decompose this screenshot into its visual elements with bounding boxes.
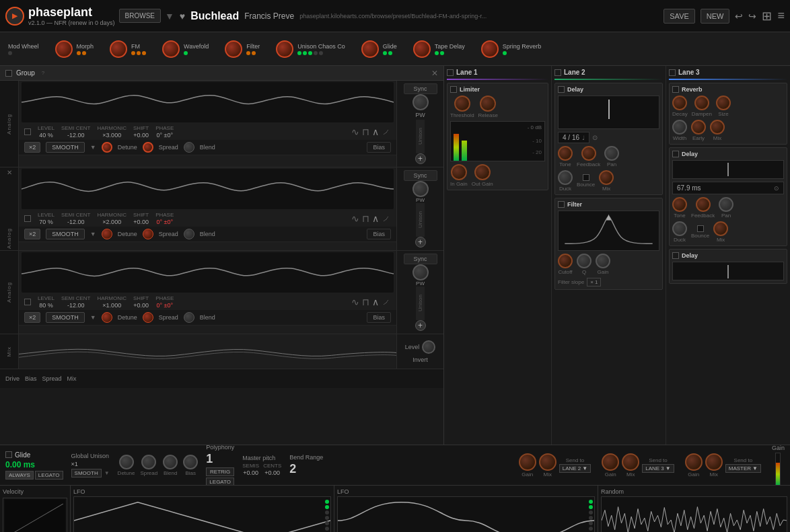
lane2-mix-knob[interactable] (599, 170, 614, 185)
glide-value[interactable]: 0.00 ms (5, 460, 63, 469)
macro-filter-knob[interactable] (225, 40, 242, 58)
osc1-shape-tri[interactable]: ∧ (372, 126, 379, 137)
lane1-out-gain-knob[interactable] (474, 164, 491, 180)
osc1-level-value[interactable]: 40 % (39, 132, 53, 139)
osc2-unison-multi-button[interactable]: ×2 (24, 229, 40, 239)
osc2-detune-knob[interactable] (102, 229, 112, 239)
osc3-enable-checkbox[interactable] (24, 299, 31, 305)
osc1-enable-checkbox[interactable] (24, 128, 31, 135)
osc2-add-button[interactable]: + (415, 237, 426, 248)
menu-icon[interactable]: ≡ (777, 9, 785, 23)
polyphony-value[interactable]: 1 (206, 452, 234, 466)
global-blend-knob[interactable] (163, 455, 178, 469)
lane3-delay1-mix-knob[interactable] (713, 221, 728, 236)
mix-level-knob[interactable] (422, 340, 435, 354)
send2-destination-dropdown[interactable]: LANE 3 ▼ (642, 464, 674, 473)
lane3-reverb-mix-knob[interactable] (710, 120, 725, 135)
osc2-shape-sq[interactable]: ⊓ (362, 213, 369, 224)
undo-icon[interactable]: ↩ (735, 11, 743, 22)
lane1-threshold-knob[interactable] (454, 96, 470, 112)
osc3-shape-tri[interactable]: ∧ (372, 297, 379, 307)
lane3-delay1-checkbox[interactable] (672, 151, 679, 157)
send1-mix-knob[interactable] (539, 453, 556, 471)
osc3-dropdown-arrow[interactable]: ▼ (90, 314, 96, 321)
osc1-shape-saw[interactable]: ⟋ (382, 126, 391, 137)
lane2-delay-time[interactable]: 4 / 16 ♩ (558, 132, 589, 143)
osc2-spread-knob[interactable] (143, 229, 153, 239)
osc1-pw-label[interactable]: PW (404, 110, 437, 120)
osc3-add-button[interactable]: + (415, 320, 426, 331)
osc3-shape-sq[interactable]: ⊓ (362, 297, 369, 307)
osc1-harmonic-value[interactable]: ×3.000 (102, 132, 121, 139)
osc2-enable-checkbox[interactable] (24, 215, 31, 222)
osc3-unison-multi-button[interactable]: ×2 (24, 312, 40, 323)
lane2-delay-checkbox[interactable] (558, 86, 565, 93)
lane2-bounce-checkbox[interactable] (583, 174, 589, 181)
macro-tape-delay-knob[interactable] (413, 40, 431, 58)
lfo1-display[interactable] (73, 496, 331, 532)
lane3-early-knob[interactable] (691, 120, 706, 135)
send3-gain-knob[interactable] (685, 453, 703, 471)
osc2-sync-button[interactable]: Sync (404, 170, 437, 181)
macro-spring-reverb-knob[interactable] (481, 40, 499, 58)
osc3-phase-value[interactable]: 0° ±0° (156, 302, 173, 309)
osc2-phase-value[interactable]: 0° ±0° (156, 219, 173, 225)
osc1-bias-button[interactable]: Bias (367, 142, 391, 153)
bend-range-value[interactable]: 2 (289, 462, 323, 476)
osc2-wave-display[interactable] (22, 169, 394, 209)
lane2-q-knob[interactable] (577, 254, 591, 268)
send3-mix-knob[interactable] (705, 453, 723, 471)
lane2-filter-checkbox[interactable] (558, 201, 565, 208)
macro-fm-knob[interactable] (110, 40, 127, 58)
send1-destination-dropdown[interactable]: LANE 2 ▼ (559, 464, 591, 473)
osc1-unison-multi-button[interactable]: ×2 (24, 142, 40, 153)
velocity-display[interactable] (3, 498, 67, 532)
osc2-shape-tri[interactable]: ∧ (372, 213, 379, 224)
send2-mix-knob[interactable] (622, 453, 639, 471)
send2-gain-knob[interactable] (602, 453, 619, 471)
osc3-harmonic-value[interactable]: ×1.000 (102, 302, 121, 309)
lfo2-display[interactable] (337, 496, 595, 532)
group-close-button[interactable]: ✕ (431, 69, 438, 78)
lane1-release-knob[interactable] (480, 96, 496, 112)
osc2-bias-button[interactable]: Bias (367, 229, 391, 239)
retrig-button[interactable]: RETRIG (206, 467, 234, 476)
osc1-detune-knob[interactable] (102, 142, 112, 153)
osc1-spread-knob[interactable] (143, 142, 153, 153)
osc2-blend-knob[interactable] (184, 229, 194, 239)
osc2-semi-value[interactable]: -12.00 (67, 219, 85, 225)
osc3-bias-button[interactable]: Bias (367, 312, 391, 323)
osc1-sync-button[interactable]: Sync (404, 83, 437, 94)
lane2-gain-knob[interactable] (596, 254, 610, 268)
lane3-size-knob[interactable] (716, 96, 731, 110)
glide-enable-checkbox[interactable] (5, 451, 12, 458)
save-button[interactable]: SAVE (663, 9, 695, 24)
lane3-pan-knob[interactable] (719, 197, 733, 212)
lane3-delay2-checkbox[interactable] (672, 252, 679, 259)
legato2-button[interactable]: LEGATO (206, 478, 234, 485)
lane3-decay-knob[interactable] (672, 96, 687, 110)
osc3-level-value[interactable]: 80 % (39, 302, 53, 309)
osc2-smooth-button[interactable]: SMOOTH (46, 229, 85, 239)
osc3-semi-value[interactable]: -12.00 (67, 302, 85, 309)
osc3-shape-saw[interactable]: ⟋ (382, 297, 391, 307)
macro-unison-chaos-knob[interactable] (276, 40, 293, 58)
random-display[interactable] (601, 496, 787, 532)
osc3-shift-value[interactable]: +0.00 (133, 302, 149, 309)
osc2-shift-value[interactable]: +0.00 (133, 219, 149, 225)
osc1-shape-sq[interactable]: ⊓ (362, 126, 369, 137)
lane2-duck-knob[interactable] (558, 170, 573, 185)
lane3-tone-knob[interactable] (672, 197, 687, 212)
lane2-checkbox[interactable] (554, 69, 561, 76)
lane1-in-gain-knob[interactable] (451, 164, 467, 180)
lane1-limiter-checkbox[interactable] (450, 86, 457, 93)
osc1-blend-knob[interactable] (184, 142, 194, 153)
osc3-pw-knob[interactable] (412, 264, 429, 280)
macro-glide-knob[interactable] (361, 40, 379, 58)
lane3-bounce-checkbox[interactable] (697, 225, 704, 232)
osc2-harmonic-value[interactable]: ×2.000 (102, 219, 121, 225)
new-button[interactable]: NEW (701, 9, 730, 24)
send3-destination-dropdown[interactable]: MASTER ▼ (725, 464, 761, 473)
macro-morph-knob[interactable] (55, 40, 73, 58)
group-checkbox[interactable] (5, 70, 12, 77)
